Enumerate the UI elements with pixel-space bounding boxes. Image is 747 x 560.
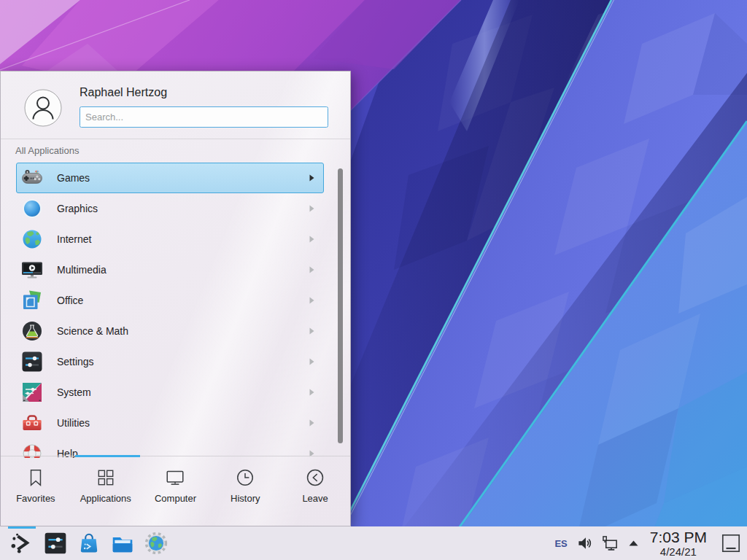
clock-time: 7:03 PM — [650, 529, 707, 545]
menu-item-multimedia[interactable]: Multimedia — [16, 254, 324, 285]
header-separator — [1, 139, 350, 139]
chevron-right-icon — [309, 266, 314, 273]
digital-clock[interactable]: 7:03 PM 4/24/21 — [650, 529, 707, 557]
menu-item-office[interactable]: Office — [16, 285, 324, 316]
menu-item-system[interactable]: System — [16, 377, 324, 408]
search-input[interactable] — [80, 106, 328, 128]
menu-item-games[interactable]: Games — [16, 163, 324, 193]
launcher-tabbar: Favorites Applications Computer History … — [1, 456, 350, 526]
category-label: Games — [57, 172, 90, 184]
taskbar-system-settings[interactable] — [43, 531, 68, 556]
menu-item-help[interactable]: Help — [16, 438, 324, 458]
show-desktop-button[interactable] — [721, 532, 741, 554]
category-label: Multimedia — [57, 264, 107, 276]
grid-icon — [96, 467, 116, 488]
volume-icon[interactable] — [577, 535, 592, 551]
active-tab-indicator — [75, 455, 140, 457]
category-label: Office — [57, 295, 83, 306]
category-label: Graphics — [57, 203, 98, 214]
network-icon[interactable] — [602, 534, 619, 552]
leave-icon — [305, 467, 325, 488]
user-avatar-icon[interactable] — [24, 89, 62, 127]
chevron-right-icon — [309, 236, 314, 243]
category-list: Games Graphics Internet Multimedia O — [1, 163, 350, 458]
tab-applications[interactable]: Applications — [71, 456, 141, 526]
task-launchers — [0, 531, 169, 556]
clock-date: 4/24/21 — [660, 546, 697, 557]
kickoff-icon — [9, 531, 34, 556]
taskbar-file-manager[interactable] — [110, 531, 135, 556]
taskbar-panel: ES 7:03 PM 4/24/21 — [0, 526, 747, 560]
computer-icon — [165, 467, 185, 488]
chevron-right-icon — [309, 297, 314, 304]
system-tray: ES 7:03 PM 4/24/21 — [554, 529, 747, 557]
tab-computer[interactable]: Computer — [141, 456, 211, 526]
tab-label: Leave — [302, 493, 328, 504]
application-launcher-popup: Raphael Hertzog All Applications Games G… — [0, 71, 351, 526]
folder-icon — [110, 531, 135, 556]
chevron-right-icon — [309, 174, 314, 182]
settings-app-icon — [43, 531, 68, 556]
taskbar-application-launcher[interactable] — [9, 531, 34, 556]
monitor-play-icon — [20, 258, 44, 281]
tab-leave[interactable]: Leave — [280, 456, 350, 526]
category-label: Science & Math — [57, 325, 128, 337]
bookmark-icon — [26, 467, 46, 488]
chevron-right-icon — [309, 419, 314, 427]
menu-item-graphics[interactable]: Graphics — [16, 193, 324, 224]
sliders-icon — [20, 350, 44, 373]
system-icon — [20, 381, 44, 404]
menu-item-settings[interactable]: Settings — [16, 346, 324, 377]
keyboard-layout-indicator[interactable]: ES — [554, 538, 567, 549]
tab-label: Applications — [80, 493, 131, 504]
chevron-right-icon — [309, 327, 314, 335]
menu-item-internet[interactable]: Internet — [16, 224, 324, 254]
section-label: All Applications — [15, 145, 79, 156]
chevron-right-icon — [309, 358, 314, 365]
discover-icon — [77, 531, 101, 556]
tab-history[interactable]: History — [210, 456, 280, 526]
documents-icon — [20, 289, 44, 312]
browser-globe-icon — [144, 531, 169, 556]
globe-icon — [20, 228, 44, 251]
expand-tray-icon[interactable] — [628, 540, 639, 547]
tab-favorites[interactable]: Favorites — [1, 456, 71, 526]
list-scrollbar[interactable] — [338, 168, 343, 443]
gamepad-icon — [20, 166, 44, 190]
chevron-right-icon — [309, 205, 314, 212]
category-label: Settings — [57, 356, 94, 368]
flask-icon — [20, 319, 44, 343]
user-name: Raphael Hertzog — [80, 86, 167, 99]
tab-label: Favorites — [16, 493, 55, 504]
sphere-icon — [20, 197, 44, 220]
chevron-right-icon — [309, 389, 314, 396]
category-label: System — [57, 386, 91, 398]
category-label: Utilities — [57, 417, 90, 429]
menu-item-science-math[interactable]: Science & Math — [16, 316, 324, 346]
history-clock-icon — [235, 467, 255, 488]
tab-label: Computer — [155, 493, 196, 504]
tab-label: History — [231, 493, 260, 504]
menu-item-utilities[interactable]: Utilities — [16, 408, 324, 438]
category-label: Internet — [57, 233, 91, 245]
launcher-header: Raphael Hertzog — [1, 71, 350, 139]
taskbar-discover[interactable] — [77, 531, 101, 556]
taskbar-web-browser[interactable] — [144, 531, 169, 556]
toolbox-icon — [20, 411, 44, 435]
